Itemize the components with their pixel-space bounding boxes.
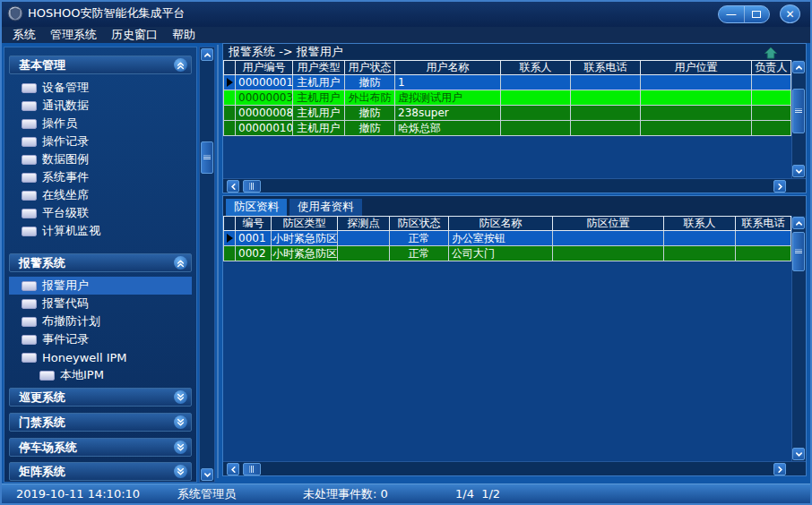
- tab[interactable]: 防区资料: [226, 199, 287, 216]
- sidebar-section-header[interactable]: 停车场系统: [9, 438, 192, 457]
- maximize-icon: [752, 11, 761, 18]
- section-label: 矩阵系统: [19, 464, 65, 480]
- sidebar-item[interactable]: 操作员: [9, 115, 192, 133]
- column-header[interactable]: 联系人: [501, 60, 571, 75]
- sidebar-section-header[interactable]: 基本管理: [9, 56, 192, 74]
- column-header[interactable]: 探测点: [338, 216, 390, 231]
- scroll-thumb[interactable]: [243, 463, 261, 475]
- column-header[interactable]: 防区类型: [272, 216, 338, 231]
- tab[interactable]: 使用者资料: [289, 199, 362, 216]
- scroll-thumb[interactable]: [201, 141, 213, 174]
- zone-table-hscrollbar[interactable]: [223, 461, 806, 475]
- menu-item[interactable]: 历史窗口: [104, 27, 165, 43]
- module-icon: [22, 191, 37, 201]
- scroll-up-button[interactable]: [792, 61, 805, 73]
- row-selector-cell[interactable]: [223, 231, 236, 246]
- scroll-left-button[interactable]: [227, 180, 239, 193]
- menubar-items: 系统管理系统历史窗口帮助: [2, 27, 810, 43]
- column-header[interactable]: 防区状态: [390, 216, 449, 231]
- row-selector-cell[interactable]: [223, 90, 236, 106]
- sidebar-section-header[interactable]: 矩阵系统: [9, 462, 192, 481]
- scroll-right-button[interactable]: [773, 180, 786, 193]
- panel-splitter[interactable]: [217, 45, 219, 478]
- scroll-up-button[interactable]: [201, 48, 213, 61]
- sidebar-item[interactable]: 平台级联: [9, 204, 192, 222]
- scroll-thumb[interactable]: [792, 89, 805, 133]
- chevron-double-down-icon[interactable]: [174, 390, 187, 404]
- menu-item[interactable]: 管理系统: [43, 27, 104, 43]
- table-row[interactable]: 000224小时紧急防区正常公司大门: [223, 246, 791, 261]
- table-cell: 00000010: [236, 121, 293, 136]
- user-table-hscrollbar[interactable]: [223, 178, 806, 193]
- sidebar-item[interactable]: 设备管理: [9, 79, 192, 97]
- sidebar-item[interactable]: 报警用户: [9, 277, 192, 295]
- column-header[interactable]: 防区位置: [553, 216, 664, 231]
- menu-item[interactable]: 帮助: [165, 27, 203, 43]
- module-icon: [22, 209, 37, 218]
- table-row[interactable]: 000124小时紧急防区正常办公室按钮: [223, 231, 791, 246]
- sidebar-item[interactable]: 计算机监视: [9, 222, 192, 240]
- scroll-down-button[interactable]: [792, 165, 805, 177]
- chevron-double-up-icon[interactable]: [174, 256, 187, 270]
- close-button[interactable]: ✕: [780, 4, 800, 23]
- row-selector-cell[interactable]: [223, 246, 236, 261]
- sidebar-section-header[interactable]: 巡更系统: [9, 388, 192, 407]
- table-cell: 主机用户: [293, 121, 345, 136]
- column-header[interactable]: 编号: [236, 216, 272, 231]
- scroll-down-button[interactable]: [201, 468, 213, 481]
- column-header[interactable]: 负责人: [752, 60, 791, 75]
- chevron-double-down-icon[interactable]: [174, 465, 187, 478]
- scroll-thumb[interactable]: [243, 180, 261, 193]
- column-header[interactable]: 用户状态: [345, 60, 395, 75]
- chevron-double-up-icon[interactable]: [174, 58, 187, 72]
- sidebar-item[interactable]: Honeywell IPM: [9, 348, 192, 366]
- sidebar-item[interactable]: 本地IPM: [9, 366, 192, 384]
- scroll-up-button[interactable]: [792, 217, 805, 229]
- scroll-right-button[interactable]: [773, 463, 786, 475]
- user-table-body: 00000001主机用户撤防100000003主机用户外出布防虚拟测试用户000…: [223, 75, 791, 136]
- sidebar-item[interactable]: 在线坐席: [9, 186, 192, 204]
- scroll-thumb[interactable]: [792, 232, 805, 271]
- chevron-left-icon: [229, 183, 238, 191]
- sidebar-section-header[interactable]: 报警系统: [9, 253, 192, 272]
- home-icon[interactable]: [764, 46, 778, 58]
- maximize-button[interactable]: [744, 6, 770, 22]
- chevron-double-down-icon[interactable]: [174, 415, 187, 429]
- column-header[interactable]: 联系电话: [571, 60, 641, 75]
- table-cell: [501, 75, 571, 90]
- sidebar-section-header[interactable]: 门禁系统: [9, 413, 192, 432]
- column-header[interactable]: 用户类型: [293, 60, 345, 75]
- table-row[interactable]: 00000001主机用户撤防1: [223, 75, 791, 90]
- row-selector-cell[interactable]: [223, 106, 236, 121]
- table-cell: [553, 231, 664, 246]
- column-header[interactable]: 用户名称: [395, 60, 501, 75]
- table-row[interactable]: 00000010主机用户撤防哈烁总部: [223, 121, 791, 136]
- column-header[interactable]: 联系电话: [736, 216, 791, 231]
- user-table-header: 用户编号用户类型用户状态用户名称联系人联系电话用户位置负责人: [223, 60, 791, 75]
- chevron-double-down-icon[interactable]: [174, 441, 187, 454]
- grip-icon: [203, 156, 211, 160]
- sidebar-item[interactable]: 通讯数据: [9, 97, 192, 115]
- zone-table-vscrollbar[interactable]: [791, 216, 806, 461]
- scroll-down-button[interactable]: [792, 448, 805, 460]
- sidebar-scrollbar[interactable]: [199, 47, 215, 483]
- menu-item[interactable]: 系统: [5, 27, 43, 43]
- row-selector-cell[interactable]: [223, 121, 236, 136]
- column-header[interactable]: 用户位置: [641, 60, 752, 75]
- column-header[interactable]: 用户编号: [236, 60, 293, 75]
- sidebar-item[interactable]: 操作记录: [9, 133, 192, 150]
- sidebar-item[interactable]: 报警代码: [9, 295, 192, 312]
- scroll-left-button[interactable]: [227, 463, 239, 475]
- row-selector-cell[interactable]: [223, 75, 236, 90]
- table-row[interactable]: 00000008主机用户撤防238super: [223, 106, 791, 121]
- sidebar-item[interactable]: 数据图例: [9, 150, 192, 168]
- sidebar-item[interactable]: 布撤防计划: [9, 312, 192, 330]
- sidebar-item[interactable]: 系统事件: [9, 168, 192, 186]
- column-header[interactable]: 联系人: [664, 216, 736, 231]
- table-row[interactable]: 00000003主机用户外出布防虚拟测试用户: [223, 90, 791, 106]
- title-bar[interactable]: HOSHOO安防智能化集成平台 —✕: [0, 0, 812, 27]
- column-header[interactable]: 防区名称: [449, 216, 553, 231]
- minimize-button[interactable]: —: [719, 6, 744, 22]
- sidebar-item[interactable]: 事件记录: [9, 330, 192, 348]
- user-table-vscrollbar[interactable]: [791, 60, 806, 178]
